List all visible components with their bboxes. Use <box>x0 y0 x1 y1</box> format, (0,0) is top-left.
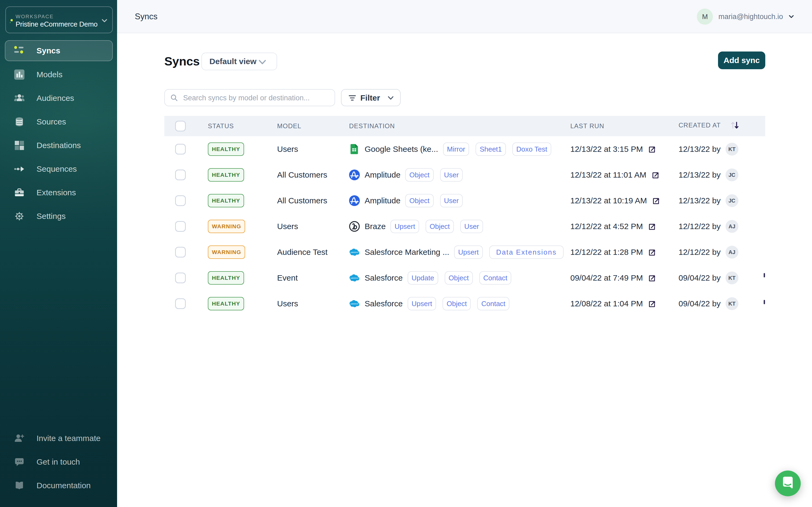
svg-text:salesforce: salesforce <box>350 303 358 305</box>
svg-text:salesforce: salesforce <box>350 251 358 253</box>
svg-text:salesforce: salesforce <box>350 277 358 279</box>
